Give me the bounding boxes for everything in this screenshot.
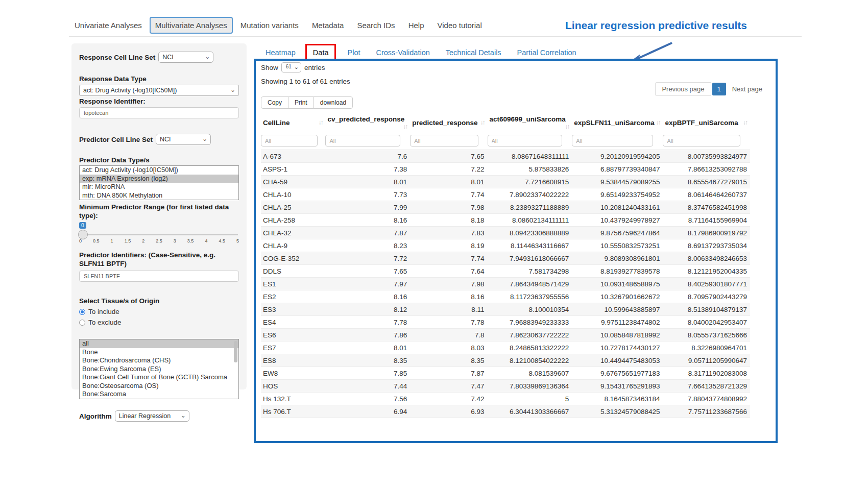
tissue-option-peripheral-nervous-system[interactable]: Peripheral_Nervous_System <box>80 399 238 400</box>
tissue-option-bone-sarcoma[interactable]: Bone:Sarcoma <box>80 390 238 399</box>
slider-tick-label: 3.5 <box>187 238 194 243</box>
table-row: HOS7.447.477.803398691363649.15431765291… <box>261 380 750 393</box>
column-header-act609699-unisarcoma[interactable]: act609699_uniSarcoma↓↑ <box>488 113 572 134</box>
value-cell: 9.53844579089255 <box>572 176 663 188</box>
table-row: CHLA-327.877.838.094233068888899.8756759… <box>261 227 750 239</box>
tissue-option-bone-ewing-sarcoma-es[interactable]: Bone:Ewing Sarcoma (ES) <box>80 365 238 374</box>
value-cell: 6.93 <box>410 405 487 418</box>
cell-line-name: CHA-59 <box>261 176 325 188</box>
cell-line-name: ES6 <box>261 329 325 341</box>
tab-heatmap[interactable]: Heatmap <box>259 45 302 60</box>
table-row: DDLS7.657.647.5817342988.819392778395788… <box>261 265 750 278</box>
table-row: ES17.977.987.8643494857142910.0931486588… <box>261 278 750 290</box>
tissue-include-radio[interactable]: To include <box>79 308 239 315</box>
table-row: ES28.168.168.1172363795555610.3267901662… <box>261 290 750 303</box>
sort-icon[interactable]: ↓↑ <box>480 119 485 126</box>
slider-tick-label: 4.5 <box>219 238 225 243</box>
response-identifier-input[interactable] <box>79 107 239 118</box>
value-cell: 9.87567596247864 <box>572 227 663 239</box>
tissue-option-bone-giant-cell-tumor-of-bone-gctb-sarcoma[interactable]: Bone:Giant Cell Tumor of Bone (GCTB) Sar… <box>80 373 238 382</box>
slider-track[interactable] <box>80 234 238 235</box>
column-filter-expslfn11-unisarcoma[interactable] <box>572 135 653 147</box>
value-cell: 6.94 <box>325 405 410 418</box>
tissue-exclude-radio[interactable]: To exclude <box>79 319 239 326</box>
tissue-option-bone-osteosarcoma-os[interactable]: Bone:Osteosarcoma (OS) <box>80 382 238 391</box>
copy-button[interactable]: Copy <box>261 96 288 109</box>
value-cell: 8.3226980964701 <box>663 341 750 354</box>
column-header-predicted-response[interactable]: predicted_response↓↑ <box>410 113 487 134</box>
tissue-option-bone-chondrosarcoma-chs[interactable]: Bone:Chondrosarcoma (CHS) <box>80 356 238 365</box>
sort-icon[interactable]: ↓↑ <box>743 119 747 126</box>
predictor-datatype-listbox[interactable]: act: Drug Activity (-log10[IC50M])exp: m… <box>79 165 239 200</box>
column-header-cellline[interactable]: CellLine↓↑ <box>261 113 325 134</box>
nav-item-univariate-analyses[interactable]: Univariate Analyses <box>69 17 148 34</box>
value-cell: 7.6 <box>325 150 410 163</box>
tissue-option-all[interactable]: all <box>80 339 238 348</box>
algorithm-select[interactable]: Linear Regression ⌄ <box>115 410 189 422</box>
value-cell: 7.74 <box>410 188 487 201</box>
sort-icon[interactable]: ↓↑ <box>403 123 407 130</box>
value-cell: 8.11 <box>410 303 487 316</box>
nav-item-video-tutorial[interactable]: Video tutorial <box>431 17 487 34</box>
table-row: CHLA-107.737.747.890233740222229.6514923… <box>261 188 750 201</box>
value-cell: 7.581734298 <box>488 265 572 278</box>
value-cell: 8.17986900919792 <box>663 227 750 239</box>
value-cell: 7.73 <box>325 188 410 201</box>
predictor-datatype-option-exp-mrna-expression-log2[interactable]: exp: mRNA Expression (log2) <box>80 175 238 183</box>
page-number-button[interactable]: 1 <box>712 83 726 95</box>
sort-icon[interactable]: ↓↑ <box>565 123 569 130</box>
column-filter-act609699-unisarcoma[interactable] <box>488 135 563 147</box>
response-data-type-select[interactable]: act: Drug Activity (-log10[IC50M]) ⌄ <box>79 85 239 96</box>
tab-partial-correlation[interactable]: Partial Correlation <box>511 45 583 60</box>
slider-tick-label: 3 <box>174 238 176 243</box>
tissue-listbox[interactable]: allBoneBone:Chondrosarcoma (CHS)Bone:Ewi… <box>79 339 239 399</box>
sort-icon[interactable]: ↓↑ <box>656 119 660 126</box>
response-cell-line-set-select[interactable]: NCI ⌄ <box>158 52 213 63</box>
next-page-button[interactable]: Next page <box>727 83 768 95</box>
column-header-cv-predicted-response[interactable]: cv_predicted_response↓↑ <box>325 113 410 134</box>
previous-page-button[interactable]: Previous page <box>655 82 711 96</box>
tissue-option-bone[interactable]: Bone <box>80 348 238 357</box>
predictor-datatype-option-act-drug-activity-log10-ic50m[interactable]: act: Drug Activity (-log10[IC50M]) <box>80 166 238 175</box>
nav-item-search-ids[interactable]: Search IDs <box>351 17 400 34</box>
nav-item-help[interactable]: Help <box>403 17 430 34</box>
listbox-scrollbar[interactable] <box>234 341 237 362</box>
print-button[interactable]: Print <box>288 96 314 109</box>
nav-item-metadata[interactable]: Metadata <box>306 17 350 34</box>
column-header-expbptf-unisarcoma[interactable]: expBPTF_uniSarcoma↓↑ <box>663 113 750 134</box>
tab-technical-details[interactable]: Technical Details <box>440 45 508 60</box>
cell-line-name: CHLA-258 <box>261 214 325 227</box>
sort-icon[interactable]: ↓↑ <box>318 119 322 126</box>
cell-line-name: HOS <box>261 380 325 393</box>
column-header-expslfn11-unisarcoma[interactable]: expSLFN11_uniSarcoma↓↑ <box>572 113 663 134</box>
column-filter-expbptf-unisarcoma[interactable] <box>663 135 740 147</box>
value-cell: 9.65149233754952 <box>572 188 663 201</box>
predictor-datatype-option-mth-dna-850k-methylation[interactable]: mth: DNA 850K Methylation <box>80 191 238 200</box>
column-filter-predicted-response[interactable] <box>410 135 478 147</box>
column-filter-cellline[interactable] <box>261 135 318 147</box>
column-filter-cv-predicted-response[interactable] <box>325 135 400 147</box>
cell-line-name: COG-E-352 <box>261 252 325 265</box>
nav-item-multivariate-analyses[interactable]: Multivariate Analyses <box>150 17 233 34</box>
predictor-datatype-option-mir-microrna[interactable]: mir: MicroRNA <box>80 183 238 191</box>
download-button[interactable]: download <box>314 96 353 109</box>
cell-line-name: ASPS-1 <box>261 163 325 176</box>
value-cell: 8.35 <box>325 354 410 367</box>
min-predictor-range-slider[interactable]: 0 00.511.522.533.544.55 <box>79 222 239 245</box>
show-entries-select[interactable]: 61 ⌄ <box>281 62 301 72</box>
tab-plot[interactable]: Plot <box>341 45 366 60</box>
value-cell: 10.0858487818992 <box>572 329 663 341</box>
predictor-cell-line-set-select[interactable]: NCI ⌄ <box>156 134 211 145</box>
value-cell: 10.3267901662672 <box>572 290 663 303</box>
nav-item-mutation-variants[interactable]: Mutation variants <box>235 17 304 34</box>
value-cell: 7.97 <box>325 278 410 290</box>
value-cell: 8.69137293735034 <box>663 239 750 252</box>
cell-line-name: Hs 132.T <box>261 393 325 405</box>
tab-cross-validation[interactable]: Cross-Validation <box>370 45 436 60</box>
predictor-identifiers-input[interactable] <box>79 271 239 282</box>
table-row: ES47.787.787.968839492333339.97511238474… <box>261 316 750 329</box>
value-cell: 7.64 <box>410 265 487 278</box>
table-row: Hs 132.T7.567.4258.16458734631847.880437… <box>261 393 750 405</box>
table-row: COG-E-3527.727.747.949316180666679.80893… <box>261 252 750 265</box>
value-cell: 8.19 <box>410 239 487 252</box>
